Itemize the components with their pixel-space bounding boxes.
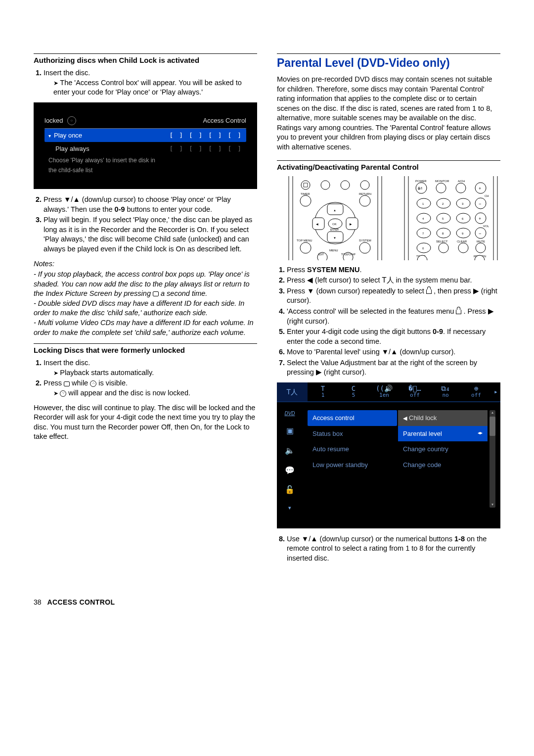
lock-step-1-result: Playback starts automatically.	[53, 368, 257, 378]
svg-text:ENTER: ENTER	[330, 228, 339, 231]
svg-text:MONITOR: MONITOR	[435, 180, 449, 183]
stop-icon	[153, 291, 159, 296]
svg-text:VOL: VOL	[483, 225, 490, 228]
ss2-tab-sub: �⃞…off	[400, 382, 430, 402]
ss1-locked-label: locked	[44, 116, 63, 125]
ss2-topbar: Ꭲ人 T1 C5 ((🔊1en �⃞…off ⧉₄no ⊕off ▸	[277, 382, 500, 402]
svg-point-39	[436, 183, 446, 193]
heading-parental-level: Parental Level (DVD-Video only)	[277, 55, 500, 71]
screen-icon: ▣	[286, 425, 294, 436]
safe-icon	[90, 380, 96, 387]
ss2-item-child-lock: ◀Child lock	[398, 410, 488, 426]
ss2-scroll-thumb	[490, 417, 495, 436]
svg-text:OK: OK	[332, 223, 337, 226]
rule	[34, 343, 257, 344]
lock-icon	[456, 310, 461, 314]
heading-authorizing: Authorizing discs when Child Lock is act…	[34, 55, 257, 65]
step-2-buttons: 0-9	[115, 205, 125, 213]
p1b: SYSTEM MENU	[307, 266, 359, 274]
lock-icon: 🔓	[285, 484, 295, 495]
svg-point-40	[456, 183, 466, 193]
p8a: Use ▼/▲ (down/up cursor) or the numerica…	[287, 535, 454, 543]
p-step-8: Use ▼/▲ (down/up cursor) or the numerica…	[287, 534, 500, 564]
p-step-2: Press ◀ (left cursor) to select Ꭲ人 in th…	[287, 276, 500, 285]
ss2-top-arrow: ▸	[491, 382, 500, 402]
step-1-result: The 'Access Control box' will appear. Yo…	[53, 78, 257, 97]
ss1-row-play-always: Play always [ ] [ ] [ ] [ ]	[44, 142, 246, 156]
lock-tail-paragraph: However, the disc will continue to play.…	[34, 403, 257, 442]
step-3: Play will begin. If you select 'Play onc…	[44, 215, 257, 254]
lock-step-2b: while	[70, 379, 90, 387]
rule	[277, 53, 500, 54]
svg-point-6	[321, 181, 330, 189]
ss2-zoom-val: off	[471, 392, 481, 399]
svg-text:CLEAR: CLEAR	[457, 240, 467, 243]
ss1-play-always-label: Play always	[48, 144, 89, 153]
step-2-text-c: buttons to enter your code.	[125, 205, 213, 213]
svg-point-10	[359, 195, 370, 206]
svg-text:EDIT: EDIT	[318, 253, 324, 256]
ss2-parental-label: Parental level	[403, 429, 442, 438]
note-1a: - If you stop playback, the access contr…	[34, 270, 250, 297]
screenshot-system-menu: Ꭲ人 T1 C5 ((🔊1en �⃞…off ⧉₄no ⊕off ▸ DVD ▣…	[277, 382, 500, 528]
steps-authorizing: Insert the disc. The 'Access Control box…	[34, 68, 257, 97]
svg-point-75	[458, 243, 468, 253]
lock-step-2: Press while is visible. will appear and …	[44, 378, 257, 398]
svg-text:POWER: POWER	[415, 180, 427, 183]
ss2-item-change-code: Change code	[398, 457, 488, 473]
ss2-tab-c: C5	[338, 382, 369, 402]
ss2-tab-t: T1	[308, 382, 338, 402]
remote-illustrations: TIMER RETURN OK ENTER ▲▼ ◀▶ TOP MENU SYS…	[286, 176, 500, 260]
steps-authorizing-cont: Press ▼/▲ (down/up cursor) to choose 'Pl…	[34, 195, 257, 254]
p8b: 1-8	[454, 535, 465, 543]
ss2-item-change-country: Change country	[398, 441, 488, 457]
notes-body: - If you stop playback, the access contr…	[34, 270, 257, 337]
ss1-title: Access Control	[203, 116, 246, 125]
ss1-code-dots-1: [ ] [ ] [ ] [ ]	[170, 131, 242, 140]
ss2-tab-zoom: ⊕off	[461, 382, 491, 402]
p5b: 0-9	[433, 328, 443, 335]
page-number: 38	[34, 598, 42, 607]
lock-step-2a: Press	[44, 379, 64, 387]
svg-text:▲: ▲	[333, 209, 336, 212]
ss2-scrollbar: ▴ ▾	[490, 410, 495, 508]
ss1-row-play-once: ▾Play once [ ] [ ] [ ] [ ]	[44, 129, 246, 142]
p3a: Press ▼ (down cursor) repeatedly to sele…	[287, 287, 426, 295]
note-2: - Double sided DVD discs may have a diff…	[34, 299, 244, 317]
sidebar-down-icon: ▾	[288, 504, 291, 512]
p-step-3: Press ▼ (down cursor) repeatedly to sele…	[287, 286, 500, 306]
step-2: Press ▼/▲ (down/up cursor) to choose 'Pl…	[44, 195, 257, 214]
label-timer: TIMER	[301, 192, 310, 195]
step-1-text: Insert the disc.	[44, 69, 90, 77]
ss2-c-val: 5	[352, 392, 356, 399]
ss2-sub-val: off	[410, 392, 420, 399]
ss1-code-dots-2: [ ] [ ] [ ] [ ]	[170, 144, 242, 153]
heading-locking: Locking Discs that were formerly unlocke…	[34, 345, 257, 355]
p5a: Enter your 4-digit code using the digit …	[287, 328, 433, 335]
rule	[277, 160, 500, 161]
steps-locking: Insert the disc. Playback starts automat…	[34, 358, 257, 398]
p-step-4: 'Access control' will be selected in the…	[287, 307, 500, 326]
ss2-sidebar: DVD ▣ 🔈 💬 🔓 ▾	[277, 402, 303, 512]
svg-text:+: +	[479, 186, 481, 191]
svg-text:A/CH: A/CH	[458, 180, 465, 183]
lock-step-1: Insert the disc. Playback starts automat…	[44, 358, 257, 378]
p-step-1: Press SYSTEM MENU.	[287, 265, 500, 275]
p4a: 'Access control' will be selected in the…	[287, 307, 456, 315]
lock-step-2d: will appear and the disc is now locked.	[66, 389, 190, 397]
steps-parental-cont: Use ▼/▲ (down/up cursor) or the numerica…	[277, 534, 500, 564]
notes-heading: Notes:	[34, 259, 257, 269]
ss1-hint-line1: Choose 'Play always' to insert the disk …	[44, 156, 246, 166]
balloon-icon: 💬	[285, 465, 295, 476]
steps-parental: Press SYSTEM MENU. Press ◀ (left cursor)…	[277, 265, 500, 378]
remote-cursor-pad: TIMER RETURN OK ENTER ▲▼ ◀▶ TOP MENU SYS…	[286, 176, 385, 260]
caret-down-icon: ▾	[48, 133, 51, 139]
ss2-tab-angle: ⧉₄no	[430, 382, 461, 402]
ss2-tab-audio: ((🔊1en	[369, 382, 400, 402]
parental-intro: Movies on pre-recorded DVD discs may con…	[277, 75, 500, 152]
p-step-5: Enter your 4-digit code using the digit …	[287, 327, 500, 346]
speaker-icon: 🔈	[285, 445, 295, 456]
ss2-item-access-control: Access control	[308, 410, 397, 426]
lock-icon	[426, 289, 432, 294]
note-3: - Multi volume Video CDs may have a diff…	[34, 319, 254, 336]
